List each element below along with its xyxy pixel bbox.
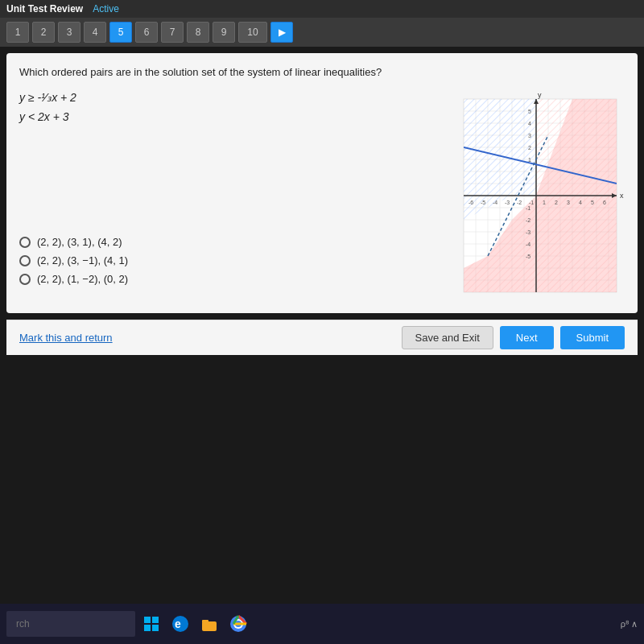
option-1-label: (2, 2), (3, 1), (4, 2) [37,236,122,248]
svg-text:4: 4 [528,121,531,126]
svg-rect-66 [144,625,151,631]
left-panel: y ≥ -¹⁄₃x + 2 y < 2x + 3 (2, 2), (3, 1),… [19,91,431,300]
svg-text:5: 5 [528,109,531,114]
nav-btn-5[interactable]: 5 [109,22,132,43]
option-3-label: (2, 2), (1, −2), (0, 2) [37,273,128,285]
taskbar-search[interactable] [6,611,135,637]
top-bar: Unit Test Review Active [0,0,644,18]
svg-text:5: 5 [591,200,594,205]
svg-rect-64 [144,617,151,623]
content-area: y ≥ -¹⁄₃x + 2 y < 2x + 3 (2, 2), (3, 1),… [19,91,625,300]
svg-text:-2: -2 [517,200,522,205]
nav-bar: 1 2 3 4 5 6 7 8 9 10 ▶ [0,18,644,47]
radio-2[interactable] [19,255,31,266]
taskbar-chrome-icon[interactable] [225,611,251,637]
svg-text:-6: -6 [469,200,473,205]
nav-btn-2[interactable]: 2 [32,22,55,43]
svg-rect-71 [202,620,208,623]
taskbar: e ρ⁸ ∧ [0,604,644,644]
svg-text:-4: -4 [526,242,530,247]
option-3[interactable]: (2, 2), (1, −2), (0, 2) [19,273,431,285]
svg-text:3: 3 [567,200,570,205]
svg-text:6: 6 [603,200,606,205]
equation2: y < 2x + 3 [19,110,431,123]
radio-3[interactable] [19,274,31,285]
taskbar-right: ρ⁸ ∧ [621,619,638,630]
taskbar-edge-icon[interactable]: e [167,611,193,637]
nav-btn-3[interactable]: 3 [58,22,80,43]
svg-text:-2: -2 [526,217,530,223]
svg-rect-67 [152,625,159,631]
svg-text:-5: -5 [481,200,485,205]
save-exit-button[interactable]: Save and Exit [402,326,493,349]
option-1[interactable]: (2, 2), (3, 1), (4, 2) [19,236,431,248]
nav-btn-9[interactable]: 9 [213,22,235,43]
svg-text:3: 3 [528,133,531,138]
answer-options: (2, 2), (3, 1), (4, 2) (2, 2), (3, −1), … [19,236,431,285]
option-2-label: (2, 2), (3, −1), (4, 1) [37,254,128,266]
nav-btn-10[interactable]: 10 [238,22,267,43]
svg-text:1: 1 [543,200,546,205]
svg-text:-3: -3 [526,229,530,235]
svg-text:y: y [538,91,542,99]
nav-btn-4[interactable]: 4 [84,22,106,43]
svg-text:4: 4 [579,200,582,205]
nav-next-arrow[interactable]: ▶ [270,22,293,43]
svg-text:2: 2 [555,200,558,205]
svg-text:x: x [620,192,624,200]
submit-button[interactable]: Submit [560,326,625,349]
nav-btn-7[interactable]: 7 [161,22,184,43]
svg-text:-1: -1 [526,205,530,211]
svg-text:2: 2 [528,145,531,151]
svg-text:-4: -4 [493,200,497,205]
svg-text:1: 1 [528,157,531,163]
svg-rect-65 [152,617,159,623]
option-2[interactable]: (2, 2), (3, −1), (4, 1) [19,254,431,266]
next-button[interactable]: Next [500,326,554,349]
svg-text:e: e [175,617,181,630]
radio-1[interactable] [19,237,31,248]
systray: ρ⁸ ∧ [621,619,638,630]
nav-btn-6[interactable]: 6 [135,22,158,43]
svg-text:-1: -1 [529,200,534,205]
equation1: y ≥ -¹⁄₃x + 2 [19,91,431,104]
svg-text:-5: -5 [526,254,530,259]
graph-container: x y -6 -5 -4 -3 -2 -1 1 2 3 4 5 6 5 4 3 … [448,91,625,300]
nav-btn-8[interactable]: 8 [187,22,209,43]
question-text: Which ordered pairs are in the solution … [19,66,625,78]
bottom-bar: Mark this and return Save and Exit Next … [6,320,638,355]
svg-text:-3: -3 [505,200,510,205]
taskbar-windows-icon[interactable] [138,611,164,637]
main-content: Which ordered pairs are in the solution … [6,53,638,313]
top-bar-status: Active [93,3,119,14]
action-buttons: Save and Exit Next Submit [402,326,625,349]
mark-link[interactable]: Mark this and return [19,332,113,344]
top-bar-title: Unit Test Review [6,3,83,14]
taskbar-explorer-icon[interactable] [196,611,222,637]
nav-btn-1[interactable]: 1 [6,22,29,43]
graph-svg: x y -6 -5 -4 -3 -2 -1 1 2 3 4 5 6 5 4 3 … [448,91,625,300]
